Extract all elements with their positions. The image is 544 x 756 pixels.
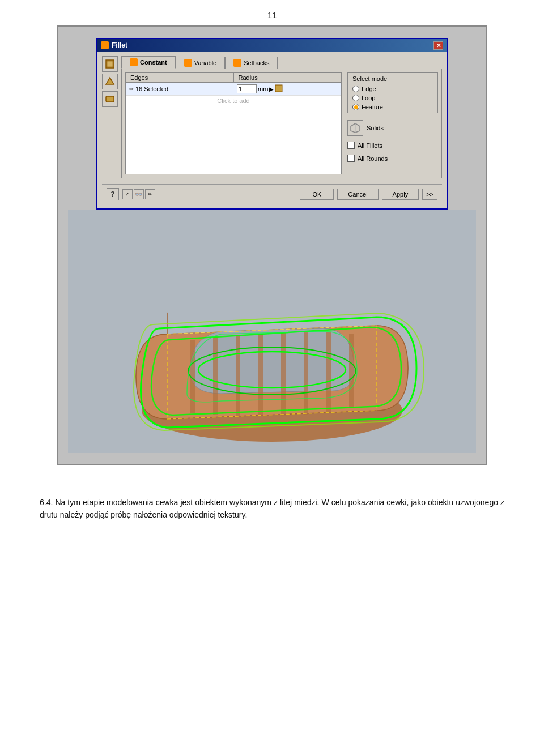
3d-model-area [68, 210, 476, 453]
left-icon-2[interactable] [102, 74, 118, 89]
solids-row: Solids [347, 120, 438, 136]
tab-content-area: Edges Radius ✏ 16 Selected [121, 69, 442, 178]
check-icon[interactable]: ✓ [122, 189, 133, 199]
edges-cell: ✏ 16 Selected [126, 85, 233, 93]
all-fillets-checkbox[interactable] [347, 142, 355, 149]
left-icon-1[interactable] [102, 56, 118, 72]
glasses-icon[interactable]: 👓 [134, 189, 144, 199]
dialog-body: Constant Variable Setbacks [97, 52, 447, 208]
radius-col-header: Radius [234, 73, 342, 82]
check-icon-group: ✓ 👓 ✏ [122, 189, 155, 199]
all-fillets-item[interactable]: All Fillets [347, 142, 438, 149]
tab-setbacks-icon [233, 59, 241, 67]
select-mode-title: Select mode [352, 75, 433, 82]
pencil-tool-icon[interactable]: ✏ [145, 189, 155, 199]
tab-variable-icon [184, 59, 192, 67]
fillet-dialog: Fillet ✕ [96, 38, 448, 210]
page-number: 11 [0, 10, 544, 20]
radius-arrow[interactable]: ▶ [269, 86, 274, 92]
edges-col-header: Edges [126, 73, 234, 82]
screenshot-container: Fillet ✕ [57, 25, 487, 465]
help-button[interactable]: ? [107, 188, 119, 200]
dialog-title-text: Fillet [112, 41, 128, 49]
all-rounds-item[interactable]: All Rounds [347, 155, 438, 162]
tab-constant[interactable]: Constant [121, 56, 176, 69]
cancel-button[interactable]: Cancel [337, 189, 378, 200]
solids-icon[interactable] [347, 120, 363, 136]
click-to-add: Click to add [126, 96, 341, 106]
dialog-title-icon [101, 41, 109, 49]
radio-edge-label: Edge [362, 86, 376, 92]
left-icons-column [102, 56, 118, 178]
radius-unit: mm [258, 86, 268, 92]
select-mode-group: Select mode Edge Loop [347, 72, 438, 113]
apply-button[interactable]: Apply [382, 189, 419, 200]
pencil-icon: ✏ [129, 86, 134, 92]
radio-edge-circle[interactable] [352, 86, 359, 92]
3d-model-svg [79, 218, 465, 445]
all-rounds-checkbox[interactable] [347, 155, 355, 162]
dialog-titlebar: Fillet ✕ [97, 39, 447, 52]
tab-constant-label: Constant [140, 59, 167, 66]
tab-variable-label: Variable [194, 59, 217, 66]
radio-feature[interactable]: Feature [352, 104, 433, 110]
radius-icon[interactable] [275, 84, 283, 93]
radio-loop-label: Loop [362, 95, 375, 101]
tab-setbacks[interactable]: Setbacks [225, 57, 278, 69]
tab-setbacks-label: Setbacks [244, 59, 269, 66]
radio-feature-label: Feature [362, 104, 383, 110]
tab-variable[interactable]: Variable [176, 57, 226, 69]
svg-rect-4 [275, 85, 282, 92]
svg-marker-2 [106, 78, 114, 84]
ok-button[interactable]: OK [300, 189, 334, 200]
radius-input[interactable] [237, 84, 257, 93]
tab-constant-icon [130, 58, 138, 66]
right-panel: Select mode Edge Loop [347, 72, 438, 174]
edges-table: Edges Radius ✏ 16 Selected [125, 72, 342, 174]
all-fillets-label: All Fillets [358, 142, 382, 149]
radio-feature-circle[interactable] [352, 104, 359, 110]
main-panel: Constant Variable Setbacks [121, 56, 442, 178]
table-row[interactable]: ✏ 16 Selected mm ▶ [126, 83, 341, 96]
more-button[interactable]: >> [422, 189, 437, 200]
dialog-bottom: ? ✓ 👓 ✏ OK Cancel Apply >> [102, 184, 442, 204]
edges-panel: Edges Radius ✏ 16 Selected [125, 72, 342, 174]
left-icon-3[interactable] [102, 91, 118, 107]
radio-loop-circle[interactable] [352, 95, 359, 101]
tabs-row: Constant Variable Setbacks [121, 56, 442, 69]
radius-cell: mm ▶ [233, 84, 341, 94]
svg-rect-3 [106, 96, 114, 102]
all-rounds-label: All Rounds [358, 155, 388, 162]
bottom-paragraph: 6.4. Na tym etapie modelowania cewka jes… [40, 496, 504, 522]
dialog-close-button[interactable]: ✕ [434, 41, 443, 50]
radio-loop[interactable]: Loop [352, 95, 433, 101]
bottom-text: 6.4. Na tym etapie modelowania cewka jes… [40, 496, 504, 522]
solids-label: Solids [367, 125, 384, 131]
radio-edge[interactable]: Edge [352, 86, 433, 92]
edges-value: 16 Selected [135, 86, 168, 92]
svg-rect-1 [107, 61, 113, 67]
edges-table-header: Edges Radius [126, 73, 341, 83]
